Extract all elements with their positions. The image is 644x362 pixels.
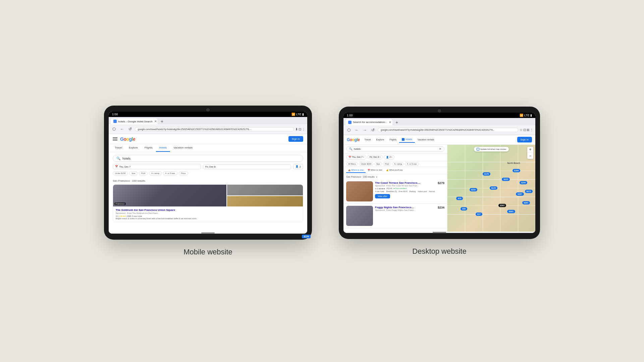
desktop-clear-icon[interactable]: ✕: [439, 147, 441, 150]
mobile-menu-icon[interactable]: ⋮: [302, 127, 305, 131]
mobile-tab-hotels[interactable]: Hotels: [156, 144, 170, 152]
desktop-amenity-breakfast: Breakfast (3): [386, 190, 397, 192]
desktop-nav-home[interactable]: ⬡: [345, 127, 352, 133]
desktop-new-tab[interactable]: +: [394, 119, 400, 125]
map-pin-291b[interactable]: $291: [507, 210, 515, 213]
map-zoom-in[interactable]: +: [527, 147, 533, 153]
mobile-filter-star[interactable]: 4- or 5-star: [163, 171, 177, 175]
desktop-nav-forward[interactable]: →: [362, 127, 368, 133]
desktop-what-pay[interactable]: 💰 What you'll pay: [384, 168, 405, 173]
desktop-apps-icon: ⊞: [527, 128, 529, 132]
desktop-browser-tabs: Search for accommodation... ✕ +: [343, 118, 535, 125]
mobile-status-bar: 1:00 📶 LTE ▮: [109, 112, 307, 117]
mobile-hotel-rating: 4.1 ★★★★ (469) 2-star hotel: [116, 215, 300, 217]
mobile-guests-btn[interactable]: 👤 2: [293, 164, 303, 169]
mobile-tab-explore[interactable]: Explore: [125, 144, 141, 152]
desktop-tab-flights[interactable]: Flights: [387, 137, 399, 143]
desktop-tab-travel[interactable]: Travel: [362, 137, 373, 143]
desktop-sign-in-button[interactable]: Sign in: [517, 137, 532, 142]
map-pin-17[interactable]: $17: [476, 213, 482, 216]
map-pin-272[interactable]: $272: [525, 190, 533, 193]
mobile-filter-rating[interactable]: 4+ rating: [149, 171, 162, 175]
mobile-tab-flights[interactable]: Flights: [141, 144, 156, 152]
map-pin-79[interactable]: $79: [456, 197, 463, 200]
desktop-filter-star[interactable]: 4- or 5-star: [405, 162, 419, 166]
mobile-active-tab[interactable]: hotels - Google Hotel Search ✕: [111, 118, 158, 124]
map-pin-153[interactable]: $153: [502, 178, 509, 181]
desktop-time: 1:00: [347, 114, 353, 117]
desktop-date-from-chevron: ›: [363, 156, 364, 158]
desktop-date-from-text: Thu, Dec 7: [352, 156, 363, 158]
map-zoom-controls: + −: [527, 147, 533, 159]
map-pin-179[interactable]: $179: [483, 172, 490, 176]
mobile-tab-close[interactable]: ✕: [154, 120, 157, 123]
map-pin-367[interactable]: $367: [498, 204, 506, 207]
mobile-nav-forward[interactable]: ←: [119, 126, 125, 132]
mobile-city-label: Francisco: [114, 202, 126, 205]
map-update-bar[interactable]: Update list when map moves: [474, 147, 509, 152]
desktop-camera: [438, 109, 441, 113]
mobile-hotel-name[interactable]: The Goldrush Inn San Francisco Union Squ…: [116, 208, 300, 212]
desktop-date-to[interactable]: Fri, Dec 8 ›: [367, 155, 383, 159]
desktop-hotel-name-1[interactable]: The Coast Terrace San Francisco....: [375, 181, 436, 184]
desktop-bottom-bar: [343, 232, 535, 233]
mobile-search-text: hotels: [122, 157, 300, 160]
desktop-when-visit[interactable]: 📅 When to visit: [366, 168, 384, 173]
mobile-new-tab[interactable]: +: [159, 118, 165, 124]
desktop-filter-rating[interactable]: 4+ rating: [392, 162, 404, 166]
mobile-filter-spa[interactable]: Spa: [129, 171, 138, 175]
desktop-hotel-card-2[interactable]: Foggy Nights San Francisco.... Sponsored…: [343, 204, 447, 228]
mobile-nav-back[interactable]: ⬡: [111, 126, 117, 132]
desktop-date-from[interactable]: 📅 Thu, Dec 7 ›: [346, 155, 366, 160]
desktop-address-bar[interactable]: google.com/travel/search?q=hotels&g2lb=2…: [378, 128, 518, 132]
mobile-tab-travel[interactable]: Travel: [111, 144, 125, 152]
desktop-nav-refresh[interactable]: ↺: [370, 127, 376, 133]
desktop-tab-title: Search for accommodation...: [353, 121, 387, 124]
mobile-address-bar[interactable]: google.com/travel/hotels?q=hotels&g2lb=2…: [135, 127, 294, 131]
mobile-filter-pool[interactable]: Pool: [139, 171, 148, 175]
desktop-tab-close[interactable]: ✕: [388, 121, 392, 124]
desktop-status-bar: 1:00 📶 LTE ▮: [343, 113, 535, 118]
desktop-hotel-name-2[interactable]: Foggy Nights San Francisco....: [375, 206, 436, 209]
map-pin-55[interactable]: $55: [461, 207, 467, 210]
desktop-nav-back[interactable]: ←: [354, 127, 360, 133]
map-pin-125[interactable]: $125: [490, 186, 497, 190]
desktop-menu-icon[interactable]: ⋮: [530, 128, 533, 132]
mobile-tab-vacation[interactable]: Vacation rentals: [170, 144, 196, 152]
desktop-tab-vacation[interactable]: Vacation rentals: [415, 137, 437, 143]
desktop-body: 🔍 hotels ✕ 📅 Thu, Dec 7 ›: [343, 145, 535, 232]
desktop-search-bar[interactable]: 🔍 hotels ✕: [346, 146, 444, 152]
desktop-filter-spa[interactable]: Spa: [374, 162, 382, 166]
desktop-view-offer-btn-1[interactable]: View offer: [375, 194, 390, 198]
mobile-hotel-card[interactable]: Francisco $159: [113, 184, 303, 222]
map-pin-267[interactable]: $267: [516, 192, 524, 196]
desktop-screen: 1:00 📶 LTE ▮ Search for accommodation...…: [343, 113, 535, 233]
desktop-filter-price[interactable]: Under $150: [359, 162, 373, 166]
desktop-google-logo: Google: [347, 137, 360, 142]
map-pin-288[interactable]: $288: [513, 169, 520, 172]
desktop-where-stay[interactable]: 🏨 Where to stay: [346, 168, 366, 173]
mobile-search-input-bar[interactable]: 🔍 hotels: [113, 155, 303, 162]
mobile-date-from[interactable]: 📅 Thu, Dec 7: [113, 164, 201, 169]
desktop-tab-hotels[interactable]: Hotels: [399, 137, 415, 143]
map-pin-291[interactable]: $291: [522, 201, 530, 204]
mobile-nav-refresh[interactable]: ↺: [127, 126, 133, 132]
map-pin-210[interactable]: $210: [470, 188, 477, 191]
mobile-date-to[interactable]: Fri, Dec 8: [203, 164, 291, 169]
map-pin-244[interactable]: $244: [520, 181, 527, 184]
desktop-date-to-chevron: ›: [380, 156, 380, 158]
mobile-results-section: San Francisco · 330 results Francisco: [109, 178, 307, 232]
mobile-filter-price[interactable]: Under $150: [113, 171, 128, 175]
desktop-hotel-card-1[interactable]: The Coast Terrace San Francisco.... Spon…: [343, 179, 447, 204]
mobile-screenshot-icon: ⊡: [299, 127, 301, 131]
mobile-hamburger-menu[interactable]: [113, 137, 117, 140]
mobile-filter-price2[interactable]: Price: [179, 171, 188, 175]
map-zoom-out[interactable]: −: [527, 153, 533, 159]
desktop-filter-pool[interactable]: Pool: [383, 162, 391, 166]
desktop-tab-explore[interactable]: Explore: [374, 137, 387, 143]
desktop-filter-all[interactable]: All filters: [346, 162, 358, 166]
desktop-active-tab[interactable]: Search for accommodation... ✕: [345, 119, 392, 125]
desktop-guests-btn[interactable]: 👤 2 ›: [384, 155, 394, 160]
desktop-map[interactable]: Update list when map moves + − $153 $288…: [447, 145, 535, 232]
mobile-sign-in-button[interactable]: Sign in: [288, 136, 303, 142]
